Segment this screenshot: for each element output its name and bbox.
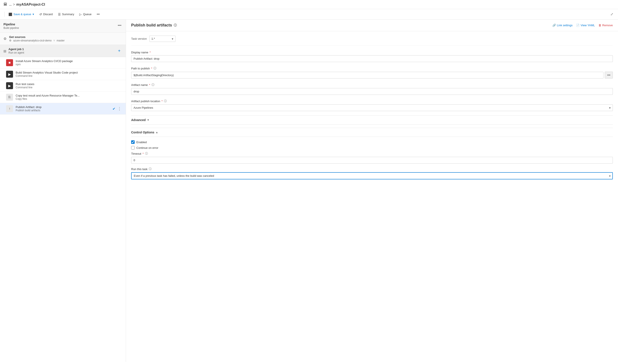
link-settings-icon: 🔗	[552, 24, 556, 27]
run-this-task-group: Run this task ⓘ Only when all previous t…	[131, 167, 613, 179]
get-sources-meta: ⚙ azure-streamanalytics-cicd-demo ⑂ mast…	[9, 39, 122, 42]
summary-button[interactable]: ☰ Summary	[56, 11, 76, 17]
agent-job-title: Agent job 1	[8, 48, 24, 51]
pipeline-more-button[interactable]: •••	[117, 23, 122, 28]
artifact-publish-location-group: Artifact publish location * ⓘ Azure Pipe…	[131, 99, 613, 111]
artifact-location-info-icon[interactable]: ⓘ	[164, 99, 167, 103]
task-name-test: Run test cases	[16, 82, 122, 86]
task-detail-title: Publish build artifacts ⓘ	[131, 23, 177, 27]
queue-label: Queue	[83, 13, 91, 16]
task-name-install: Install Azure Stream Analytics CI/CD pac…	[16, 59, 122, 63]
artifact-name-info-icon[interactable]: ⓘ	[151, 83, 154, 87]
control-options-chevron-icon: ▴	[156, 131, 157, 134]
path-input-wrapper: •••	[131, 72, 613, 78]
continue-on-error-checkbox[interactable]	[131, 146, 135, 149]
agent-job-subtitle: Run on agent	[8, 51, 24, 54]
save-queue-button[interactable]: ⬛ Save & queue ▾	[6, 11, 36, 17]
continue-on-error-label[interactable]: Continue on error	[136, 146, 158, 149]
task-detail-form: Task version 1.* 0.* Display name *	[126, 31, 618, 188]
enabled-label[interactable]: Enabled	[136, 141, 147, 144]
task-item-publish[interactable]: ↑ Publish Artifact: drop Publish build a…	[0, 103, 126, 115]
task-name-publish: Publish Artifact: drop	[16, 105, 112, 109]
control-options-label: Control Options	[131, 130, 154, 134]
task-type-install: npm	[16, 63, 122, 66]
artifact-name-group: Artifact name * ⓘ	[131, 83, 613, 95]
toolbar: ⬛ Save & queue ▾ ↺ Discard ☰ Summary ▷ Q…	[0, 9, 618, 20]
control-options-body: Enabled Continue on error Timeout * ⓘ	[131, 140, 613, 179]
agent-job-info: Agent job 1 Run on agent	[8, 48, 24, 54]
link-settings-label: Link settings	[557, 24, 573, 27]
task-type-test: Command line	[16, 86, 122, 89]
display-name-input[interactable]	[131, 55, 613, 62]
enabled-checkbox-row: Enabled	[131, 140, 613, 144]
get-sources-item[interactable]: ⚙ Get sources ⚙ azure-streamanalytics-ci…	[0, 33, 126, 45]
task-item-test[interactable]: ▶ Run test cases Command line	[0, 80, 126, 91]
get-sources-branch-icon: ⑂	[54, 39, 55, 42]
view-yaml-icon: 📄	[576, 24, 579, 27]
queue-button[interactable]: ▷ Queue	[77, 11, 94, 17]
task-type-publish: Publish build artifacts	[16, 109, 112, 112]
task-list: ■ Install Azure Stream Analytics CI/CD p…	[0, 57, 126, 115]
path-to-publish-group: Path to publish * ⓘ •••	[131, 66, 613, 78]
advanced-label: Advanced	[131, 118, 146, 122]
control-options-section-toggle[interactable]: Control Options ▴	[131, 128, 613, 137]
queue-icon: ▷	[79, 13, 82, 16]
artifact-location-select-wrapper: Azure Pipelines File share	[131, 104, 613, 111]
breadcrumb-sep: >	[13, 3, 15, 7]
enabled-checkbox[interactable]	[131, 140, 135, 144]
main-layout: Pipeline Build pipeline ••• ⚙ Get source…	[0, 20, 618, 362]
display-name-required: *	[150, 51, 151, 54]
add-task-button[interactable]: +	[116, 48, 122, 54]
timeout-required: *	[142, 152, 144, 155]
summary-label: Summary	[62, 13, 74, 16]
timeout-group: Timeout * ⓘ	[131, 152, 613, 164]
task-version-select[interactable]: 1.* 0.*	[149, 36, 176, 42]
view-yaml-button[interactable]: 📄 View YAML	[576, 24, 595, 27]
task-type-copy: Copy files	[16, 97, 122, 100]
save-queue-label: Save & queue	[14, 13, 31, 16]
task-title-info-icon[interactable]: ⓘ	[174, 24, 177, 27]
task-detail-title-text: Publish build artifacts	[131, 23, 172, 27]
task-menu-button-publish[interactable]: ⋮	[117, 106, 122, 112]
run-this-task-select[interactable]: Only when all previous tasks have succee…	[131, 172, 613, 179]
artifact-publish-location-select[interactable]: Azure Pipelines File share	[131, 104, 613, 111]
task-info-build: Build Stream Analytics Visual Studio Cod…	[16, 71, 122, 78]
breadcrumb-dots[interactable]: ...	[9, 3, 12, 6]
task-item-copy[interactable]: ⎘ Copy test result and Azure Resource Ma…	[0, 91, 126, 103]
right-panel: Publish build artifacts ⓘ 🔗 Link setting…	[126, 20, 618, 362]
agent-job-left: ▤ Agent job 1 Run on agent	[3, 48, 24, 54]
agent-job-header: ▤ Agent job 1 Run on agent +	[0, 45, 126, 57]
task-icon-copy: ⎘	[6, 94, 13, 101]
artifact-name-input[interactable]	[131, 88, 613, 95]
task-item-install[interactable]: ■ Install Azure Stream Analytics CI/CD p…	[0, 57, 126, 68]
task-icon-publish: ↑	[6, 105, 13, 112]
toolbar-divider	[4, 12, 5, 17]
timeout-label: Timeout * ⓘ	[131, 152, 613, 156]
path-to-publish-input[interactable]	[131, 72, 604, 78]
save-queue-chevron: ▾	[33, 13, 34, 16]
view-yaml-label: View YAML	[581, 24, 595, 27]
timeout-info-icon[interactable]: ⓘ	[145, 152, 148, 156]
path-info-icon[interactable]: ⓘ	[153, 66, 156, 70]
more-button[interactable]: •••	[95, 11, 102, 17]
advanced-section-toggle[interactable]: Advanced ▾	[131, 115, 613, 125]
task-icon-build: ▶	[6, 71, 13, 78]
run-this-task-info-icon[interactable]: ⓘ	[149, 167, 151, 171]
path-required: *	[151, 67, 152, 70]
expand-button[interactable]: ⤢	[609, 11, 615, 18]
remove-icon: 🗑	[598, 24, 601, 27]
remove-button[interactable]: 🗑 Remove	[598, 24, 613, 27]
pipeline-header: Pipeline Build pipeline •••	[0, 20, 126, 33]
save-icon: ⬛	[8, 13, 12, 16]
artifact-name-label: Artifact name * ⓘ	[131, 83, 613, 87]
link-settings-button[interactable]: 🔗 Link settings	[552, 24, 573, 27]
timeout-input[interactable]	[131, 157, 613, 164]
task-item-build[interactable]: ▶ Build Stream Analytics Visual Studio C…	[0, 68, 126, 80]
continue-on-error-row: Continue on error	[131, 146, 613, 149]
pipeline-subtitle: Build pipeline	[3, 26, 19, 29]
discard-button[interactable]: ↺ Discard	[37, 11, 55, 17]
path-browse-button[interactable]: •••	[605, 72, 613, 78]
breadcrumb-project: myASAProject-CI	[16, 3, 45, 7]
task-version-row: Task version 1.* 0.*	[131, 36, 613, 46]
task-type-build: Command line	[16, 74, 122, 78]
